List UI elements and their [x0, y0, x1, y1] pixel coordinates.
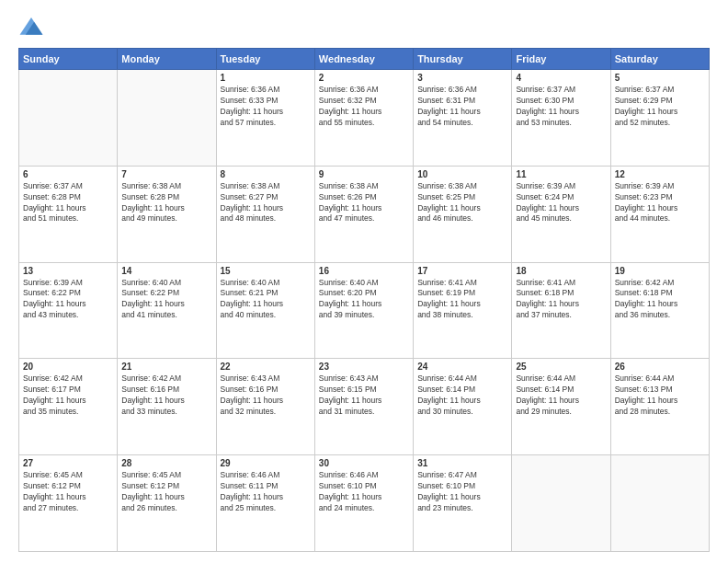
calendar-cell: 18Sunrise: 6:41 AMSunset: 6:18 PMDayligh…: [512, 262, 610, 359]
calendar-week-1: 1Sunrise: 6:36 AMSunset: 6:33 PMDaylight…: [19, 70, 710, 167]
day-number: 14: [121, 266, 211, 276]
cell-info: Daylight: 11 hours: [121, 203, 211, 214]
cell-info: Sunrise: 6:38 AM: [121, 181, 211, 192]
cell-info: and 41 minutes.: [121, 310, 211, 321]
cell-info: and 53 minutes.: [516, 118, 606, 129]
cell-info: Sunrise: 6:39 AM: [615, 181, 705, 192]
calendar-week-4: 20Sunrise: 6:42 AMSunset: 6:17 PMDayligh…: [19, 359, 710, 455]
cell-info: Daylight: 11 hours: [121, 396, 211, 407]
cell-info: and 51 minutes.: [23, 213, 113, 224]
cell-info: Sunset: 6:24 PM: [516, 192, 606, 203]
calendar-header-saturday: Saturday: [610, 49, 709, 70]
cell-info: Sunset: 6:12 PM: [23, 481, 113, 492]
day-number: 30: [319, 458, 409, 468]
cell-info: and 37 minutes.: [516, 310, 606, 321]
cell-info: Sunset: 6:13 PM: [615, 385, 705, 396]
cell-info: Daylight: 11 hours: [615, 299, 705, 310]
cell-info: and 23 minutes.: [417, 503, 507, 514]
day-number: 8: [221, 169, 311, 179]
calendar-cell: 3Sunrise: 6:36 AMSunset: 6:31 PMDaylight…: [414, 70, 512, 167]
cell-info: Sunset: 6:16 PM: [221, 385, 311, 396]
cell-info: and 25 minutes.: [221, 503, 311, 514]
calendar-cell: [512, 455, 610, 552]
cell-info: Sunrise: 6:39 AM: [23, 278, 113, 289]
calendar-cell: 17Sunrise: 6:41 AMSunset: 6:19 PMDayligh…: [414, 262, 512, 359]
day-number: 21: [121, 362, 211, 372]
calendar-cell: 15Sunrise: 6:40 AMSunset: 6:21 PMDayligh…: [216, 262, 314, 359]
day-number: 1: [221, 73, 311, 83]
cell-info: Sunrise: 6:43 AM: [221, 373, 311, 385]
cell-info: Daylight: 11 hours: [417, 299, 507, 310]
calendar-cell: 8Sunrise: 6:38 AMSunset: 6:27 PMDaylight…: [216, 166, 314, 262]
cell-info: and 32 minutes.: [221, 407, 311, 418]
cell-info: and 40 minutes.: [221, 310, 311, 321]
cell-info: Sunrise: 6:40 AM: [121, 278, 211, 289]
logo: [18, 15, 48, 40]
cell-info: and 43 minutes.: [23, 310, 113, 321]
day-number: 13: [23, 266, 113, 276]
calendar-header-monday: Monday: [118, 49, 216, 70]
cell-info: Sunrise: 6:45 AM: [23, 470, 113, 481]
cell-info: Sunset: 6:27 PM: [221, 192, 311, 203]
cell-info: Daylight: 11 hours: [319, 107, 409, 118]
cell-info: Daylight: 11 hours: [23, 396, 113, 407]
cell-info: Sunrise: 6:47 AM: [417, 470, 507, 481]
day-number: 3: [417, 73, 507, 83]
cell-info: and 28 minutes.: [615, 407, 705, 418]
day-number: 24: [417, 362, 507, 372]
calendar-cell: 9Sunrise: 6:38 AMSunset: 6:26 PMDaylight…: [314, 166, 413, 262]
cell-info: Daylight: 11 hours: [319, 299, 409, 310]
cell-info: Daylight: 11 hours: [221, 492, 311, 503]
day-number: 2: [319, 73, 409, 83]
cell-info: Daylight: 11 hours: [516, 396, 606, 407]
cell-info: Daylight: 11 hours: [516, 299, 606, 310]
cell-info: Daylight: 11 hours: [319, 396, 409, 407]
cell-info: Sunset: 6:12 PM: [121, 481, 211, 492]
cell-info: and 29 minutes.: [516, 407, 606, 418]
cell-info: and 55 minutes.: [319, 118, 409, 129]
calendar-cell: 10Sunrise: 6:38 AMSunset: 6:25 PMDayligh…: [414, 166, 512, 262]
cell-info: Daylight: 11 hours: [615, 396, 705, 407]
cell-info: Sunrise: 6:46 AM: [221, 470, 311, 481]
cell-info: Sunset: 6:25 PM: [417, 192, 507, 203]
cell-info: Sunrise: 6:46 AM: [319, 470, 409, 481]
day-number: 6: [23, 169, 113, 179]
day-number: 25: [516, 362, 606, 372]
calendar-cell: 7Sunrise: 6:38 AMSunset: 6:28 PMDaylight…: [118, 166, 216, 262]
cell-info: Sunrise: 6:42 AM: [23, 373, 113, 385]
day-number: 15: [221, 266, 311, 276]
cell-info: Sunset: 6:29 PM: [615, 96, 705, 107]
calendar-cell: 13Sunrise: 6:39 AMSunset: 6:22 PMDayligh…: [19, 262, 118, 359]
cell-info: Sunrise: 6:38 AM: [319, 181, 409, 192]
cell-info: Sunset: 6:31 PM: [417, 96, 507, 107]
cell-info: Daylight: 11 hours: [417, 203, 507, 214]
calendar-cell: 14Sunrise: 6:40 AMSunset: 6:22 PMDayligh…: [118, 262, 216, 359]
cell-info: Sunrise: 6:41 AM: [417, 278, 507, 289]
cell-info: Sunset: 6:18 PM: [516, 288, 606, 299]
cell-info: Sunset: 6:10 PM: [417, 481, 507, 492]
calendar-cell: 6Sunrise: 6:37 AMSunset: 6:28 PMDaylight…: [19, 166, 118, 262]
calendar-cell: 11Sunrise: 6:39 AMSunset: 6:24 PMDayligh…: [512, 166, 610, 262]
calendar-cell: 24Sunrise: 6:44 AMSunset: 6:14 PMDayligh…: [414, 359, 512, 455]
calendar-cell: [118, 70, 216, 167]
cell-info: and 49 minutes.: [121, 213, 211, 224]
cell-info: Sunrise: 6:38 AM: [221, 181, 311, 192]
calendar-cell: 28Sunrise: 6:45 AMSunset: 6:12 PMDayligh…: [118, 455, 216, 552]
day-number: 28: [121, 458, 211, 468]
day-number: 31: [417, 458, 507, 468]
cell-info: and 48 minutes.: [221, 213, 311, 224]
calendar-cell: 16Sunrise: 6:40 AMSunset: 6:20 PMDayligh…: [314, 262, 413, 359]
cell-info: Daylight: 11 hours: [23, 492, 113, 503]
day-number: 5: [615, 73, 705, 83]
day-number: 9: [319, 169, 409, 179]
day-number: 19: [615, 266, 705, 276]
day-number: 12: [615, 169, 705, 179]
cell-info: Daylight: 11 hours: [319, 203, 409, 214]
cell-info: and 35 minutes.: [23, 407, 113, 418]
cell-info: and 45 minutes.: [516, 213, 606, 224]
calendar-cell: 27Sunrise: 6:45 AMSunset: 6:12 PMDayligh…: [19, 455, 118, 552]
header: [18, 15, 710, 40]
day-number: 26: [615, 362, 705, 372]
cell-info: Daylight: 11 hours: [319, 492, 409, 503]
cell-info: Daylight: 11 hours: [417, 396, 507, 407]
